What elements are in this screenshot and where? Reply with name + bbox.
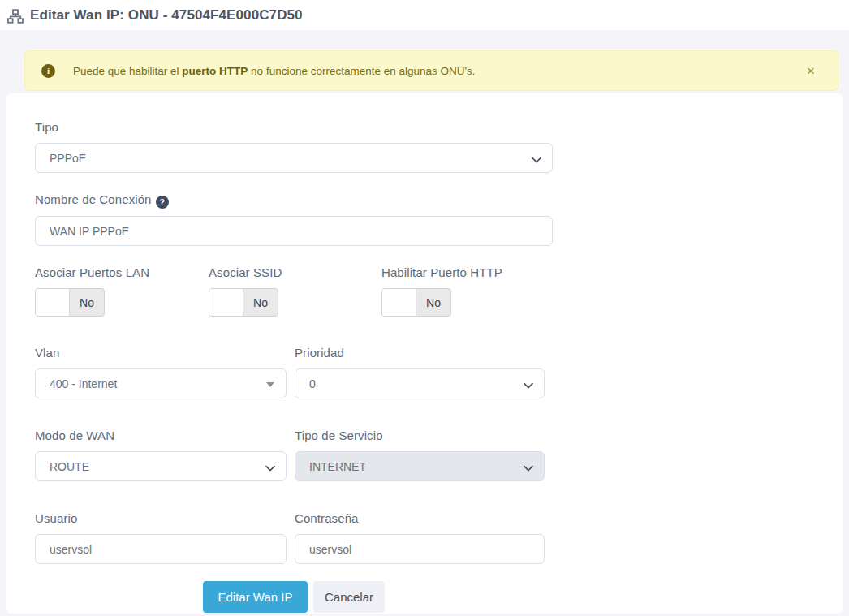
- nombre-conexion-input[interactable]: [35, 216, 553, 246]
- alert-close-button[interactable]: ×: [804, 62, 818, 80]
- chevron-down-icon: [524, 378, 533, 391]
- asociar-ssid-label: Asociar SSID: [209, 265, 282, 279]
- tipo-servicio-label: Tipo de Servicio: [295, 429, 383, 442]
- tipo-servicio-select: INTERNET: [295, 451, 545, 481]
- alert-message: Puede que habilitar el puerto HTTP no fu…: [73, 65, 476, 77]
- usuario-label: Usuario: [35, 511, 77, 525]
- info-icon: i: [41, 64, 55, 78]
- toggle-knob: [36, 289, 70, 316]
- vlan-selected-value: 400 - Internet: [50, 377, 117, 390]
- usuario-input[interactable]: [35, 534, 287, 564]
- nombre-conexion-label: Nombre de Conexión?: [35, 192, 169, 209]
- habilitar-puerto-http-toggle[interactable]: No: [381, 288, 451, 317]
- asociar-ssid-toggle[interactable]: No: [209, 288, 278, 317]
- tipo-selected-value: PPPoE: [50, 152, 86, 165]
- http-port-warning-alert: i Puede que habilitar el puerto HTTP no …: [24, 50, 838, 91]
- prioridad-select[interactable]: 0: [295, 368, 545, 398]
- prioridad-label: Prioridad: [295, 346, 344, 360]
- toggle-state-label: No: [243, 289, 278, 316]
- vlan-label: Vlan: [35, 346, 59, 360]
- help-icon[interactable]: ?: [156, 196, 169, 209]
- sitemap-icon: [7, 9, 24, 24]
- contrasena-label: Contraseña: [295, 511, 359, 525]
- chevron-down-icon: [524, 461, 533, 474]
- modo-wan-label: Modo de WAN: [35, 429, 114, 442]
- contrasena-input[interactable]: [295, 534, 545, 564]
- modo-wan-select[interactable]: ROUTE: [35, 451, 287, 481]
- edit-wan-form-card: Tipo PPPoE Nombre de Conexión? Asociar P…: [6, 93, 843, 614]
- toggle-knob: [382, 289, 416, 316]
- triangle-down-icon: [266, 382, 274, 387]
- page-header: Editar Wan IP: ONU - 47504F4E000C7D50: [0, 0, 849, 30]
- prioridad-selected-value: 0: [309, 377, 316, 390]
- vlan-select[interactable]: 400 - Internet: [35, 368, 287, 398]
- toggle-state-label: No: [416, 289, 450, 316]
- cancelar-button[interactable]: Cancelar: [313, 581, 385, 613]
- toggle-state-label: No: [70, 289, 104, 316]
- page-title: Editar Wan IP: ONU - 47504F4E000C7D50: [30, 7, 303, 24]
- asociar-puertos-lan-toggle[interactable]: No: [35, 288, 105, 317]
- asociar-puertos-lan-label: Asociar Puertos LAN: [35, 265, 149, 279]
- tipo-select[interactable]: PPPoE: [35, 143, 553, 173]
- toggle-knob: [209, 289, 243, 316]
- tipo-label: Tipo: [35, 120, 58, 134]
- alert-bold-text: puerto HTTP: [182, 65, 248, 77]
- chevron-down-icon: [265, 461, 275, 474]
- page: Editar Wan IP: ONU - 47504F4E000C7D50 i …: [0, 0, 849, 616]
- modo-wan-selected-value: ROUTE: [50, 460, 89, 473]
- chevron-down-icon: [532, 153, 541, 166]
- editar-wan-ip-button[interactable]: Editar Wan IP: [203, 581, 308, 613]
- tipo-servicio-selected-value: INTERNET: [309, 460, 366, 473]
- habilitar-puerto-http-label: Habilitar Puerto HTTP: [381, 265, 502, 279]
